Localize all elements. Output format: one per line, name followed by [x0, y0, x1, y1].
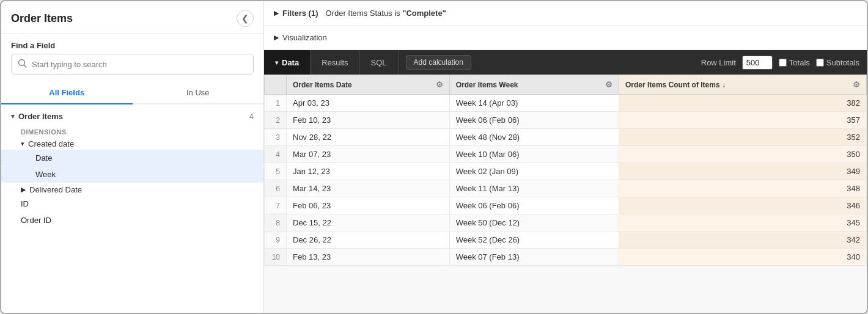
tab-sql[interactable]: SQL — [360, 50, 399, 75]
cell-count: 382 — [619, 95, 866, 112]
cell-row-num: 9 — [265, 232, 287, 249]
group-name: Order Items — [18, 112, 63, 121]
collapse-icon: ❮ — [241, 13, 249, 23]
row-limit-input[interactable] — [742, 56, 773, 70]
search-icon — [18, 59, 27, 70]
cell-week: Week 06 (Feb 06) — [449, 197, 619, 214]
filters-label: Filters (1) — [282, 9, 318, 18]
filter-value: "Complete" — [402, 9, 446, 18]
tabs-row: All Fields In Use — [1, 82, 263, 104]
totals-checkbox[interactable] — [779, 59, 787, 67]
tab-results[interactable]: Results — [311, 50, 359, 75]
cell-date: Mar 07, 23 — [287, 146, 450, 163]
th-count[interactable]: Order Items Count of Items ↓ ⚙ — [619, 75, 866, 95]
app-container: Order Items ❮ Find a Field All Fields In… — [0, 0, 868, 314]
subtotals-checkbox[interactable] — [816, 59, 824, 67]
group-count: 4 — [249, 112, 254, 121]
cell-week: Week 06 (Feb 06) — [449, 112, 619, 129]
tab-data[interactable]: ▾ Data — [264, 50, 311, 75]
cell-row-num: 5 — [265, 163, 287, 180]
cell-count: 345 — [619, 214, 866, 232]
th-week-gear-icon[interactable]: ⚙ — [605, 80, 612, 89]
table-row: 7 Feb 06, 23 Week 06 (Feb 06) 346 — [265, 197, 867, 214]
filter-text: Order Items Status is — [326, 9, 400, 18]
group-order-items[interactable]: ▾ Order Items 4 — [1, 107, 263, 126]
cell-row-num: 8 — [265, 214, 287, 232]
cell-week: Week 14 (Apr 03) — [449, 95, 619, 112]
table-body: 1 Apr 03, 23 Week 14 (Apr 03) 382 2 Feb … — [265, 95, 867, 266]
cell-count: 340 — [619, 249, 866, 266]
vis-arrow-icon: ▶ — [274, 34, 279, 42]
cell-date: Nov 28, 22 — [287, 129, 450, 146]
th-week-label: Order Items Week — [456, 81, 518, 89]
cell-week: Week 07 (Feb 13) — [449, 249, 619, 266]
cell-date: Feb 10, 23 — [287, 112, 450, 129]
tab-in-use[interactable]: In Use — [133, 82, 264, 103]
search-input[interactable] — [32, 60, 247, 69]
results-tab-label: Results — [322, 58, 348, 67]
field-order-id[interactable]: Order ID — [1, 212, 263, 228]
toolbar: ▾ Data Results SQL Add calculation Row L… — [264, 50, 867, 75]
subtotals-checkbox-label[interactable]: Subtotals — [816, 58, 859, 67]
table-row: 1 Apr 03, 23 Week 14 (Apr 03) 382 — [265, 95, 867, 112]
cell-count: 348 — [619, 180, 866, 197]
cell-date: Feb 06, 23 — [287, 197, 450, 214]
created-date-group[interactable]: ▾ Created date — [1, 137, 263, 150]
th-count-label: Order Items Count of Items ↓ — [625, 81, 726, 89]
cell-row-num: 1 — [265, 95, 287, 112]
toolbar-right: Row Limit Totals Subtotals — [694, 56, 867, 70]
th-count-gear-icon[interactable]: ⚙ — [853, 80, 860, 89]
cell-count: 350 — [619, 146, 866, 163]
row-limit-label: Row Limit — [701, 58, 736, 67]
th-date[interactable]: Order Items Date ⚙ — [287, 75, 450, 95]
totals-checkbox-label[interactable]: Totals — [779, 58, 810, 67]
search-box — [11, 54, 254, 75]
field-id[interactable]: ID — [1, 195, 263, 212]
th-row-num — [265, 75, 287, 95]
sidebar-header: Order Items ❮ — [1, 1, 263, 34]
visualization-bar[interactable]: ▶ Visualization — [264, 26, 867, 50]
filter-description: Order Items Status is "Complete" — [326, 9, 446, 18]
cell-row-num: 4 — [265, 146, 287, 163]
table-row: 2 Feb 10, 23 Week 06 (Feb 06) 357 — [265, 112, 867, 129]
data-tab-label: Data — [282, 58, 299, 67]
svg-line-1 — [24, 65, 27, 68]
filters-arrow-icon: ▶ — [274, 9, 279, 17]
cell-week: Week 50 (Dec 12) — [449, 214, 619, 232]
vis-label: Visualization — [282, 33, 327, 42]
th-date-gear-icon[interactable]: ⚙ — [436, 80, 443, 89]
table-row: 6 Mar 14, 23 Week 11 (Mar 13) 348 — [265, 180, 867, 197]
cell-week: Week 10 (Mar 06) — [449, 146, 619, 163]
find-field-label: Find a Field — [1, 34, 263, 54]
table-row: 5 Jan 12, 23 Week 02 (Jan 09) 349 — [265, 163, 867, 180]
data-table: Order Items Date ⚙ Order Items Week ⚙ — [264, 75, 867, 266]
cell-count: 346 — [619, 197, 866, 214]
field-date[interactable]: Date — [1, 150, 263, 166]
field-week[interactable]: Week — [1, 166, 263, 183]
cell-date: Mar 14, 23 — [287, 180, 450, 197]
sidebar: Order Items ❮ Find a Field All Fields In… — [1, 1, 264, 313]
th-week[interactable]: Order Items Week ⚙ — [449, 75, 619, 95]
cell-row-num: 10 — [265, 249, 287, 266]
table-row: 3 Nov 28, 22 Week 48 (Nov 28) 352 — [265, 129, 867, 146]
created-date-arrow-icon: ▾ — [21, 140, 24, 148]
cell-week: Week 48 (Nov 28) — [449, 129, 619, 146]
created-date-label: Created date — [28, 139, 74, 148]
cell-count: 352 — [619, 129, 866, 146]
cell-count: 357 — [619, 112, 866, 129]
tab-all-fields[interactable]: All Fields — [1, 82, 133, 104]
add-calculation-button[interactable]: Add calculation — [406, 55, 471, 70]
cell-week: Week 11 (Mar 13) — [449, 180, 619, 197]
collapse-sidebar-button[interactable]: ❮ — [237, 10, 254, 27]
filters-toggle[interactable]: ▶ Filters (1) — [274, 9, 318, 18]
delivered-date-group[interactable]: ▶ Delivered Date — [1, 183, 263, 195]
cell-count: 342 — [619, 232, 866, 249]
table-row: 10 Feb 13, 23 Week 07 (Feb 13) 340 — [265, 249, 867, 266]
delivered-date-arrow-icon: ▶ — [21, 186, 26, 194]
table-row: 9 Dec 26, 22 Week 52 (Dec 26) 342 — [265, 232, 867, 249]
totals-label: Totals — [789, 58, 810, 67]
cell-date: Apr 03, 23 — [287, 95, 450, 112]
cell-row-num: 2 — [265, 112, 287, 129]
data-tab-arrow-icon: ▾ — [275, 59, 278, 66]
cell-row-num: 7 — [265, 197, 287, 214]
